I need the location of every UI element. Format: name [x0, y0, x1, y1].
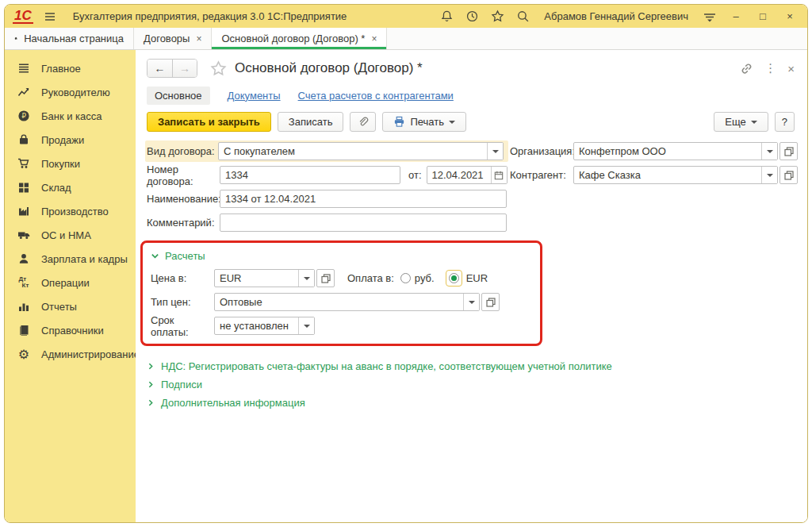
- contract-date-input[interactable]: 12.04.2021: [427, 166, 508, 184]
- notifications-bell-icon[interactable]: [438, 8, 455, 25]
- chevron-right-icon: [147, 362, 155, 371]
- current-user-name[interactable]: Абрамов Геннадий Сергеевич: [544, 10, 688, 22]
- contract-number-label: Номер договора:: [147, 163, 220, 187]
- tab-home-page[interactable]: Начальная страница: [5, 28, 134, 49]
- payment-term-select[interactable]: не установлен: [214, 317, 315, 335]
- more-dots-icon[interactable]: ⋮: [764, 61, 776, 75]
- sidebar-item-bank-i-kassa[interactable]: ₽ Банк и касса: [5, 104, 136, 128]
- tab-close-icon[interactable]: ×: [371, 33, 377, 44]
- comment-input[interactable]: [220, 213, 507, 232]
- section-dop-informaciya[interactable]: Дополнительная информация: [147, 394, 795, 412]
- forward-button[interactable]: →: [172, 60, 197, 77]
- calendar-icon[interactable]: [491, 167, 507, 183]
- main-sections-sidebar: Главное Руководителю ₽ Банк и касса Прод…: [5, 50, 136, 522]
- main-menu-icon[interactable]: [41, 8, 59, 25]
- sidebar-item-glavnoe[interactable]: Главное: [5, 56, 136, 80]
- tab-dogovory[interactable]: Договоры ×: [134, 28, 212, 49]
- svg-text:₽: ₽: [21, 112, 26, 120]
- command-bar: Записать и закрыть Записать Печать Еще ?: [147, 112, 795, 132]
- sidebar-item-label: Администрирование: [41, 348, 140, 360]
- tab-dokumenty[interactable]: Документы: [228, 90, 281, 102]
- get-link-icon[interactable]: [740, 62, 753, 75]
- minimize-button[interactable]: –: [726, 10, 745, 22]
- section-podpisi[interactable]: Подписи: [147, 375, 795, 394]
- more-actions-button[interactable]: Еще: [714, 112, 768, 132]
- sidebar-item-pokupki[interactable]: Покупки: [5, 152, 136, 175]
- app-title: Бухгалтерия предприятия, редакция 3.0 1С…: [73, 10, 347, 22]
- printer-icon: [393, 116, 405, 128]
- search-icon[interactable]: [514, 8, 531, 25]
- cart-icon: [17, 157, 31, 170]
- dropdown-arrow-icon[interactable]: [463, 294, 479, 310]
- bar-chart-icon: [17, 300, 31, 313]
- price-in-select[interactable]: EUR: [214, 269, 315, 287]
- maximize-button[interactable]: □: [753, 10, 772, 22]
- sidebar-item-os-i-nma[interactable]: ОС и НМА: [5, 223, 136, 247]
- price-in-open-button[interactable]: [316, 269, 335, 287]
- sidebar-item-prodazhi[interactable]: Продажи: [5, 128, 136, 152]
- dropdown-arrow-icon[interactable]: [761, 167, 777, 183]
- favorite-star-icon[interactable]: [210, 60, 227, 77]
- form-title: Основной договор (Договор) *: [235, 60, 423, 76]
- bag-icon: [17, 133, 31, 146]
- radio-eur-label[interactable]: EUR: [466, 272, 488, 284]
- tab-close-icon[interactable]: ×: [196, 33, 201, 44]
- tab-label: Договоры: [144, 33, 190, 44]
- sidebar-item-otchety[interactable]: Отчеты: [5, 294, 136, 318]
- service-menu-icon[interactable]: [701, 8, 718, 25]
- radio-rub[interactable]: [400, 273, 411, 283]
- contract-type-row: Вид договора: С покупателем: [145, 140, 508, 162]
- name-input[interactable]: 1334 от 12.04.2021: [220, 190, 507, 208]
- back-button[interactable]: ←: [147, 60, 172, 77]
- save-and-close-button[interactable]: Записать и закрыть: [147, 112, 271, 132]
- close-window-button[interactable]: ×: [780, 10, 799, 22]
- section-nds[interactable]: НДС: Регистрировать счета-фактуры на ава…: [147, 357, 795, 375]
- price-type-open-button[interactable]: [481, 293, 500, 311]
- app-window: 1С Бухгалтерия предприятия, редакция 3.0…: [4, 4, 808, 523]
- sidebar-item-label: Главное: [41, 63, 81, 75]
- radio-eur[interactable]: [449, 273, 459, 283]
- sidebar-item-zarplata-i-kadry[interactable]: Зарплата и кадры: [5, 247, 136, 271]
- tab-scheta-raschetov[interactable]: Счета расчетов с контрагентами: [298, 90, 454, 102]
- contract-type-label: Вид договора:: [145, 145, 218, 157]
- dropdown-arrow-icon[interactable]: [487, 143, 503, 160]
- counterparty-open-button[interactable]: [779, 166, 798, 184]
- sidebar-item-label: Операции: [41, 277, 90, 289]
- close-form-icon[interactable]: ×: [787, 62, 795, 75]
- organization-select[interactable]: Конфетпром ООО: [573, 142, 778, 160]
- dropdown-arrow-icon[interactable]: [761, 143, 777, 160]
- open-in-window-icon: [784, 171, 794, 180]
- dropdown-arrow-icon[interactable]: [298, 270, 314, 287]
- open-in-window-icon: [321, 274, 331, 283]
- tab-osnovnoe[interactable]: Основное: [147, 87, 210, 105]
- radio-eur-focus-ring: [446, 270, 462, 287]
- book-icon: [17, 324, 31, 337]
- print-button[interactable]: Печать: [382, 112, 466, 132]
- attachments-button[interactable]: [350, 112, 376, 132]
- sidebar-item-spravochniki[interactable]: Справочники: [5, 318, 136, 342]
- contract-type-select[interactable]: С покупателем: [218, 142, 504, 160]
- sidebar-item-sklad[interactable]: Склад: [5, 175, 136, 199]
- counterparty-select[interactable]: Кафе Сказка: [573, 166, 778, 184]
- radio-rub-label[interactable]: руб.: [415, 272, 435, 284]
- contract-number-input[interactable]: 1334: [220, 166, 400, 184]
- help-button[interactable]: ?: [775, 112, 795, 132]
- save-button[interactable]: Записать: [278, 112, 344, 132]
- calculations-section-header[interactable]: Расчеты: [151, 247, 530, 264]
- favorites-star-icon[interactable]: [488, 8, 506, 25]
- price-type-select[interactable]: Оптовые: [214, 293, 480, 311]
- sidebar-item-operacii[interactable]: ДтКт Операции: [5, 271, 136, 294]
- contract-form: ← → Основной договор (Договор) * ⋮ × Осн…: [136, 50, 807, 522]
- calculations-annotation-box: Расчеты Цена в: EUR Оплата в: руб. EUR: [140, 240, 542, 346]
- name-label: Наименование:: [147, 193, 220, 205]
- sidebar-item-label: ОС и НМА: [41, 229, 91, 241]
- sidebar-item-label: Отчеты: [41, 301, 77, 313]
- sidebar-item-proizvodstvo[interactable]: Производство: [5, 199, 136, 223]
- title-bar: 1С Бухгалтерия предприятия, редакция 3.0…: [5, 5, 807, 28]
- dropdown-arrow-icon[interactable]: [298, 317, 314, 334]
- history-icon[interactable]: [463, 8, 481, 25]
- sidebar-item-rukovoditelyu[interactable]: Руководителю: [5, 80, 136, 104]
- sidebar-item-administrirovanie[interactable]: ⚙ Администрирование: [5, 342, 136, 366]
- organization-open-button[interactable]: [779, 142, 798, 160]
- tab-osnovnoy-dogovor[interactable]: Основной договор (Договор) * ×: [212, 28, 387, 49]
